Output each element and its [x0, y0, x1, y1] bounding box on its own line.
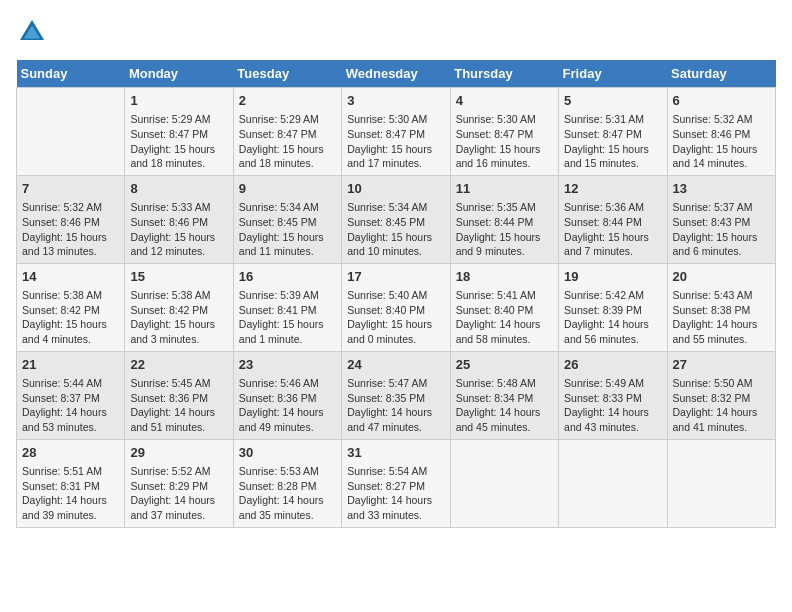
page-header — [16, 16, 776, 48]
calendar-cell: 11Sunrise: 5:35 AM Sunset: 8:44 PM Dayli… — [450, 175, 558, 263]
calendar-cell: 14Sunrise: 5:38 AM Sunset: 8:42 PM Dayli… — [17, 263, 125, 351]
calendar-cell: 2Sunrise: 5:29 AM Sunset: 8:47 PM Daylig… — [233, 88, 341, 176]
calendar-cell — [17, 88, 125, 176]
day-info: Sunrise: 5:38 AM Sunset: 8:42 PM Dayligh… — [130, 288, 227, 347]
calendar-cell: 28Sunrise: 5:51 AM Sunset: 8:31 PM Dayli… — [17, 439, 125, 527]
calendar-cell: 17Sunrise: 5:40 AM Sunset: 8:40 PM Dayli… — [342, 263, 450, 351]
day-info: Sunrise: 5:34 AM Sunset: 8:45 PM Dayligh… — [239, 200, 336, 259]
day-info: Sunrise: 5:29 AM Sunset: 8:47 PM Dayligh… — [130, 112, 227, 171]
calendar-cell: 7Sunrise: 5:32 AM Sunset: 8:46 PM Daylig… — [17, 175, 125, 263]
calendar-week-3: 14Sunrise: 5:38 AM Sunset: 8:42 PM Dayli… — [17, 263, 776, 351]
calendar-table: SundayMondayTuesdayWednesdayThursdayFrid… — [16, 60, 776, 528]
calendar-cell: 6Sunrise: 5:32 AM Sunset: 8:46 PM Daylig… — [667, 88, 775, 176]
weekday-header-wednesday: Wednesday — [342, 60, 450, 88]
day-number: 21 — [22, 356, 119, 374]
day-info: Sunrise: 5:40 AM Sunset: 8:40 PM Dayligh… — [347, 288, 444, 347]
calendar-cell: 30Sunrise: 5:53 AM Sunset: 8:28 PM Dayli… — [233, 439, 341, 527]
calendar-cell: 16Sunrise: 5:39 AM Sunset: 8:41 PM Dayli… — [233, 263, 341, 351]
calendar-cell: 1Sunrise: 5:29 AM Sunset: 8:47 PM Daylig… — [125, 88, 233, 176]
day-info: Sunrise: 5:46 AM Sunset: 8:36 PM Dayligh… — [239, 376, 336, 435]
day-number: 24 — [347, 356, 444, 374]
day-number: 7 — [22, 180, 119, 198]
day-number: 13 — [673, 180, 770, 198]
calendar-cell: 20Sunrise: 5:43 AM Sunset: 8:38 PM Dayli… — [667, 263, 775, 351]
calendar-body: 1Sunrise: 5:29 AM Sunset: 8:47 PM Daylig… — [17, 88, 776, 528]
calendar-week-2: 7Sunrise: 5:32 AM Sunset: 8:46 PM Daylig… — [17, 175, 776, 263]
day-info: Sunrise: 5:41 AM Sunset: 8:40 PM Dayligh… — [456, 288, 553, 347]
day-number: 27 — [673, 356, 770, 374]
day-number: 15 — [130, 268, 227, 286]
day-info: Sunrise: 5:32 AM Sunset: 8:46 PM Dayligh… — [673, 112, 770, 171]
day-number: 18 — [456, 268, 553, 286]
day-number: 22 — [130, 356, 227, 374]
day-info: Sunrise: 5:29 AM Sunset: 8:47 PM Dayligh… — [239, 112, 336, 171]
day-info: Sunrise: 5:32 AM Sunset: 8:46 PM Dayligh… — [22, 200, 119, 259]
calendar-cell — [450, 439, 558, 527]
calendar-cell: 21Sunrise: 5:44 AM Sunset: 8:37 PM Dayli… — [17, 351, 125, 439]
day-info: Sunrise: 5:35 AM Sunset: 8:44 PM Dayligh… — [456, 200, 553, 259]
weekday-header-saturday: Saturday — [667, 60, 775, 88]
day-number: 17 — [347, 268, 444, 286]
day-number: 30 — [239, 444, 336, 462]
calendar-cell — [559, 439, 667, 527]
day-number: 5 — [564, 92, 661, 110]
day-info: Sunrise: 5:37 AM Sunset: 8:43 PM Dayligh… — [673, 200, 770, 259]
calendar-cell: 23Sunrise: 5:46 AM Sunset: 8:36 PM Dayli… — [233, 351, 341, 439]
logo — [16, 16, 52, 48]
day-number: 20 — [673, 268, 770, 286]
day-info: Sunrise: 5:30 AM Sunset: 8:47 PM Dayligh… — [347, 112, 444, 171]
calendar-week-4: 21Sunrise: 5:44 AM Sunset: 8:37 PM Dayli… — [17, 351, 776, 439]
calendar-week-5: 28Sunrise: 5:51 AM Sunset: 8:31 PM Dayli… — [17, 439, 776, 527]
day-number: 11 — [456, 180, 553, 198]
calendar-week-1: 1Sunrise: 5:29 AM Sunset: 8:47 PM Daylig… — [17, 88, 776, 176]
day-number: 10 — [347, 180, 444, 198]
day-info: Sunrise: 5:51 AM Sunset: 8:31 PM Dayligh… — [22, 464, 119, 523]
day-info: Sunrise: 5:44 AM Sunset: 8:37 PM Dayligh… — [22, 376, 119, 435]
day-info: Sunrise: 5:48 AM Sunset: 8:34 PM Dayligh… — [456, 376, 553, 435]
day-number: 3 — [347, 92, 444, 110]
weekday-header-thursday: Thursday — [450, 60, 558, 88]
calendar-cell: 22Sunrise: 5:45 AM Sunset: 8:36 PM Dayli… — [125, 351, 233, 439]
day-number: 29 — [130, 444, 227, 462]
calendar-cell: 25Sunrise: 5:48 AM Sunset: 8:34 PM Dayli… — [450, 351, 558, 439]
logo-icon — [16, 16, 48, 48]
calendar-cell: 8Sunrise: 5:33 AM Sunset: 8:46 PM Daylig… — [125, 175, 233, 263]
day-info: Sunrise: 5:36 AM Sunset: 8:44 PM Dayligh… — [564, 200, 661, 259]
day-number: 1 — [130, 92, 227, 110]
day-info: Sunrise: 5:33 AM Sunset: 8:46 PM Dayligh… — [130, 200, 227, 259]
weekday-header-friday: Friday — [559, 60, 667, 88]
day-info: Sunrise: 5:47 AM Sunset: 8:35 PM Dayligh… — [347, 376, 444, 435]
day-info: Sunrise: 5:53 AM Sunset: 8:28 PM Dayligh… — [239, 464, 336, 523]
day-number: 4 — [456, 92, 553, 110]
calendar-cell: 27Sunrise: 5:50 AM Sunset: 8:32 PM Dayli… — [667, 351, 775, 439]
calendar-cell: 19Sunrise: 5:42 AM Sunset: 8:39 PM Dayli… — [559, 263, 667, 351]
calendar-cell: 24Sunrise: 5:47 AM Sunset: 8:35 PM Dayli… — [342, 351, 450, 439]
calendar-cell: 5Sunrise: 5:31 AM Sunset: 8:47 PM Daylig… — [559, 88, 667, 176]
calendar-cell: 4Sunrise: 5:30 AM Sunset: 8:47 PM Daylig… — [450, 88, 558, 176]
day-number: 23 — [239, 356, 336, 374]
calendar-cell: 9Sunrise: 5:34 AM Sunset: 8:45 PM Daylig… — [233, 175, 341, 263]
day-info: Sunrise: 5:52 AM Sunset: 8:29 PM Dayligh… — [130, 464, 227, 523]
calendar-cell: 31Sunrise: 5:54 AM Sunset: 8:27 PM Dayli… — [342, 439, 450, 527]
weekday-row: SundayMondayTuesdayWednesdayThursdayFrid… — [17, 60, 776, 88]
day-info: Sunrise: 5:39 AM Sunset: 8:41 PM Dayligh… — [239, 288, 336, 347]
day-info: Sunrise: 5:43 AM Sunset: 8:38 PM Dayligh… — [673, 288, 770, 347]
day-info: Sunrise: 5:50 AM Sunset: 8:32 PM Dayligh… — [673, 376, 770, 435]
day-number: 12 — [564, 180, 661, 198]
calendar-cell: 15Sunrise: 5:38 AM Sunset: 8:42 PM Dayli… — [125, 263, 233, 351]
weekday-header-tuesday: Tuesday — [233, 60, 341, 88]
day-info: Sunrise: 5:49 AM Sunset: 8:33 PM Dayligh… — [564, 376, 661, 435]
day-number: 9 — [239, 180, 336, 198]
day-number: 2 — [239, 92, 336, 110]
day-info: Sunrise: 5:30 AM Sunset: 8:47 PM Dayligh… — [456, 112, 553, 171]
day-number: 25 — [456, 356, 553, 374]
calendar-cell: 29Sunrise: 5:52 AM Sunset: 8:29 PM Dayli… — [125, 439, 233, 527]
day-number: 6 — [673, 92, 770, 110]
calendar-cell: 18Sunrise: 5:41 AM Sunset: 8:40 PM Dayli… — [450, 263, 558, 351]
day-number: 16 — [239, 268, 336, 286]
day-info: Sunrise: 5:42 AM Sunset: 8:39 PM Dayligh… — [564, 288, 661, 347]
day-number: 31 — [347, 444, 444, 462]
calendar-header: SundayMondayTuesdayWednesdayThursdayFrid… — [17, 60, 776, 88]
day-number: 8 — [130, 180, 227, 198]
day-info: Sunrise: 5:31 AM Sunset: 8:47 PM Dayligh… — [564, 112, 661, 171]
